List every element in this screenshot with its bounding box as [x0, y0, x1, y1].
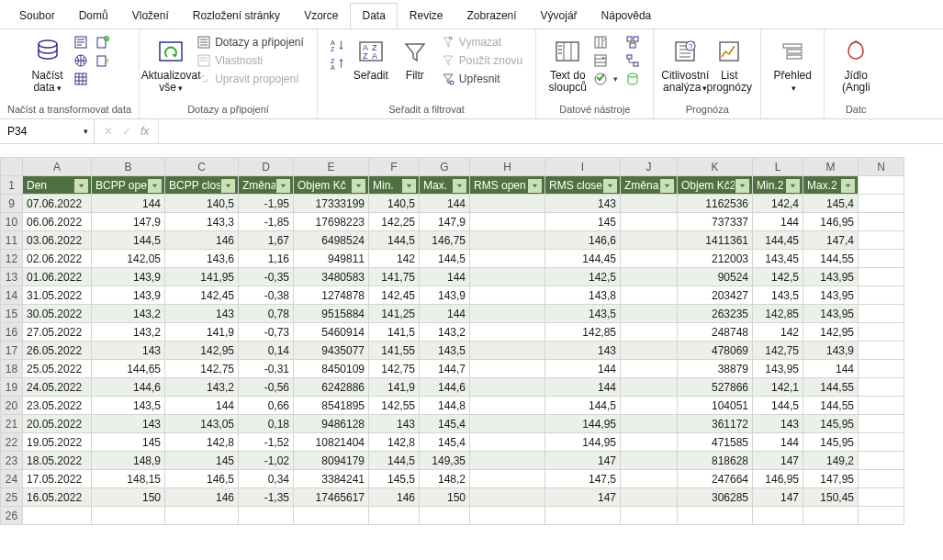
- cell[interactable]: 38879: [678, 360, 753, 378]
- tab-vývojář[interactable]: Vývojář: [529, 3, 589, 28]
- cell[interactable]: 142,95: [165, 342, 239, 360]
- cell[interactable]: [470, 195, 545, 213]
- food-datatype-button[interactable]: Jídlo (Angli: [834, 33, 878, 97]
- cell[interactable]: 144,55: [803, 378, 859, 397]
- cell[interactable]: 143,9: [92, 268, 165, 286]
- refresh-all-button[interactable]: Aktualizovat vše▾: [149, 33, 193, 98]
- row-header[interactable]: 11: [1, 231, 23, 250]
- cell[interactable]: 143,95: [803, 305, 859, 323]
- cell[interactable]: [621, 452, 678, 470]
- cell[interactable]: -0,35: [239, 268, 294, 286]
- col-header-H[interactable]: H: [470, 158, 545, 176]
- forecast-button[interactable]: List prognózy: [707, 33, 751, 97]
- tab-vzorce[interactable]: Vzorce: [292, 3, 350, 28]
- text-to-columns-button[interactable]: Text do sloupců: [545, 33, 589, 97]
- cell[interactable]: 147,95: [803, 470, 859, 488]
- table-header[interactable]: Objem Kč2: [678, 176, 753, 195]
- cell[interactable]: 146,95: [753, 470, 803, 488]
- cell[interactable]: 3480583: [294, 268, 369, 286]
- cell[interactable]: 143,5: [92, 397, 165, 415]
- cell[interactable]: -0,73: [239, 323, 294, 342]
- tab-rozložení stránky[interactable]: Rozložení stránky: [181, 3, 292, 28]
- cell[interactable]: [621, 415, 678, 433]
- cell[interactable]: 144: [165, 397, 239, 415]
- cell[interactable]: 142,45: [369, 286, 420, 305]
- cell[interactable]: [621, 323, 678, 342]
- cell[interactable]: 144,5: [369, 452, 420, 470]
- col-header-A[interactable]: A: [23, 158, 92, 176]
- outline-button[interactable]: Přehled▾: [770, 33, 814, 98]
- cell[interactable]: 146,95: [803, 213, 859, 231]
- cell[interactable]: 150,45: [803, 488, 859, 507]
- cell[interactable]: [621, 286, 678, 305]
- cell[interactable]: 6498524: [294, 231, 369, 250]
- filter-dropdown-icon[interactable]: [401, 178, 417, 194]
- cell[interactable]: 527866: [678, 378, 753, 397]
- filter-dropdown-icon[interactable]: [220, 178, 236, 194]
- row-header[interactable]: 16: [1, 323, 23, 342]
- cell[interactable]: 148,15: [92, 470, 165, 488]
- cell[interactable]: 147: [545, 488, 621, 507]
- filter-dropdown-icon[interactable]: [735, 178, 750, 194]
- table-header[interactable]: RMS open: [470, 176, 545, 195]
- filter-dropdown-icon[interactable]: [785, 178, 801, 194]
- filter-dropdown-icon[interactable]: [73, 178, 89, 194]
- cell[interactable]: 142,8: [369, 433, 420, 452]
- cell[interactable]: 144,6: [92, 378, 165, 397]
- col-header-B[interactable]: B: [92, 158, 165, 176]
- cell[interactable]: 247664: [678, 470, 753, 488]
- cell[interactable]: -1,02: [239, 452, 294, 470]
- cell[interactable]: 16.05.2022: [23, 488, 92, 507]
- cell[interactable]: 19.05.2022: [23, 433, 92, 452]
- cell[interactable]: 145,5: [369, 470, 420, 488]
- cell[interactable]: 140,5: [369, 195, 420, 213]
- cell[interactable]: 248748: [678, 323, 753, 342]
- tab-nápověda[interactable]: Nápověda: [589, 3, 664, 28]
- cell[interactable]: 144: [545, 360, 621, 378]
- remove-dupes-button[interactable]: [593, 53, 618, 68]
- get-data-button[interactable]: Načíst data▾: [26, 33, 70, 98]
- cell[interactable]: 07.06.2022: [23, 195, 92, 213]
- name-box-dropdown[interactable]: ▾: [84, 127, 88, 136]
- col-header-L[interactable]: L: [753, 158, 803, 176]
- cell[interactable]: 25.05.2022: [23, 360, 92, 378]
- consolidate-button[interactable]: [625, 35, 640, 50]
- col-header-N[interactable]: N: [859, 158, 904, 176]
- cell[interactable]: 306285: [678, 488, 753, 507]
- cell[interactable]: 143,45: [753, 250, 803, 268]
- cell[interactable]: 142,85: [545, 323, 621, 342]
- cell[interactable]: 6242886: [294, 378, 369, 397]
- cell[interactable]: 147: [753, 452, 803, 470]
- cell[interactable]: 143: [753, 415, 803, 433]
- cell[interactable]: 144: [420, 195, 470, 213]
- cell[interactable]: 471585: [678, 433, 753, 452]
- cell[interactable]: [470, 305, 545, 323]
- col-header-G[interactable]: G: [420, 158, 470, 176]
- cell[interactable]: 143,9: [803, 342, 859, 360]
- from-table-button[interactable]: [73, 72, 88, 86]
- sort-az-button[interactable]: AZ: [331, 39, 345, 53]
- cell[interactable]: 141,9: [165, 323, 239, 342]
- cell[interactable]: 142,1: [753, 378, 803, 397]
- cell[interactable]: 148,2: [420, 470, 470, 488]
- cell[interactable]: 143,5: [420, 342, 470, 360]
- cell[interactable]: 9515884: [294, 305, 369, 323]
- row-header[interactable]: 25: [1, 488, 23, 507]
- row-header[interactable]: 21: [1, 415, 23, 433]
- cell[interactable]: 146: [165, 488, 239, 507]
- cell[interactable]: 141,55: [369, 342, 420, 360]
- queries-button[interactable]: Dotazy a připojení: [196, 35, 304, 50]
- cell[interactable]: [470, 360, 545, 378]
- cell[interactable]: 143,2: [92, 305, 165, 323]
- cell[interactable]: 144,7: [420, 360, 470, 378]
- cell[interactable]: 143,3: [165, 213, 239, 231]
- cell[interactable]: 142,4: [753, 195, 803, 213]
- col-header-E[interactable]: E: [294, 158, 369, 176]
- filter-dropdown-icon[interactable]: [659, 178, 675, 194]
- cell[interactable]: 3384241: [294, 470, 369, 488]
- cell[interactable]: 212003: [678, 250, 753, 268]
- cell[interactable]: 06.06.2022: [23, 213, 92, 231]
- cell[interactable]: -0,56: [239, 378, 294, 397]
- cell[interactable]: 147: [545, 452, 621, 470]
- cell[interactable]: [621, 195, 678, 213]
